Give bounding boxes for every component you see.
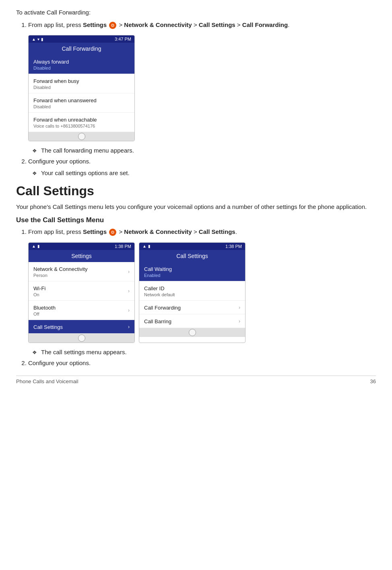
- settings-label: Settings: [83, 21, 107, 28]
- network-item-title: Network & Connectivity: [33, 266, 87, 272]
- home-button-settings[interactable]: [78, 335, 85, 342]
- activate-intro: To activate Call Forwarding:: [16, 8, 376, 17]
- status-time-call-settings: 1:38 PM: [225, 244, 242, 249]
- screen-item-off[interactable]: Wi-Fi On ›: [29, 281, 134, 301]
- screen-item-always-forward[interactable]: Always forward Disabled: [29, 55, 134, 74]
- battery-icon-s: ▮: [37, 244, 40, 248]
- signal-icon-s: ▲: [32, 244, 36, 248]
- signal-icon-cs: ▲: [142, 244, 146, 248]
- screen-item-call-settings[interactable]: Call Settings ›: [29, 320, 134, 334]
- step-1-item: From app list, press Settings ⚙ > Networ…: [28, 21, 376, 30]
- bluetooth-item-title: Bluetooth: [33, 305, 56, 311]
- call-settings-nav-label: Call Settings: [199, 228, 235, 235]
- screen-title-call-forwarding: Call Forwarding: [29, 43, 134, 55]
- forward-busy-subtitle: Disabled: [33, 85, 130, 90]
- screen-item-forward-busy[interactable]: Forward when busy Disabled: [29, 74, 134, 93]
- wifi-icon: ▾: [37, 37, 39, 41]
- screen-title-settings: Settings: [29, 250, 134, 262]
- status-time-1: 3:47 PM: [115, 37, 131, 41]
- always-forward-subtitle: Disabled: [33, 66, 130, 70]
- call-forwarding-cs-title: Call Forwarding: [144, 305, 181, 311]
- forward-unanswered-title: Forward when unanswered: [33, 97, 130, 103]
- step2b-text: Configure your options.: [28, 359, 91, 366]
- screen-bottom-bar-1: [29, 132, 134, 141]
- call-waiting-title: Call Waiting: [144, 266, 172, 272]
- network-connectivity-label: Network & Connectivity: [124, 21, 192, 28]
- diamond-icon-2: ❖: [32, 170, 37, 176]
- screen-bottom-bar-call-settings: [139, 328, 245, 337]
- diamond-icon-3: ❖: [32, 349, 37, 355]
- screen-item-call-barring[interactable]: Call Barring ›: [139, 314, 245, 328]
- settings-screen: ▲ ▮ 1:38 PM Settings Network & Connectiv…: [28, 242, 135, 343]
- chevron-icon-call-forwarding: ›: [239, 305, 240, 310]
- wifi-item-title: Wi-Fi: [33, 285, 45, 291]
- call-waiting-subtitle: Enabled: [144, 273, 172, 278]
- screen-item-caller-id[interactable]: Caller ID Network default: [139, 281, 245, 301]
- call-settings-screen: ▲ ▮ 1:38 PM Call Settings Call Waiting E…: [139, 242, 246, 343]
- settings-icon-inline: ⚙: [109, 22, 116, 29]
- bullet-1: ❖ The call forwarding menu appears.: [32, 147, 376, 154]
- forward-unreachable-title: Forward when unreachable: [33, 117, 130, 123]
- bullet-2: ❖ Your call settings options are set.: [32, 169, 376, 176]
- subsection-heading: Use the Call Settings Menu: [16, 216, 376, 224]
- battery-icon-cs: ▮: [148, 244, 151, 248]
- section-heading-call-settings: Call Settings: [16, 184, 376, 198]
- always-forward-title: Always forward: [33, 59, 130, 65]
- battery-icon: ▮: [41, 37, 43, 41]
- screen-item-forward-unreachable[interactable]: Forward when unreachable Voice calls to …: [29, 113, 134, 132]
- screen-item-network[interactable]: Network & Connectivity Person ›: [29, 262, 134, 281]
- step2-text: Configure your options.: [28, 158, 91, 165]
- call-settings-item-title: Call Settings: [33, 324, 63, 330]
- screen-bottom-bar-settings: [29, 334, 134, 343]
- body-text: Your phone's Call Settings menu lets you…: [16, 202, 376, 212]
- phone-screens-row: ▲ ▮ 1:38 PM Settings Network & Connectiv…: [28, 242, 376, 343]
- screen-item-forward-unanswered[interactable]: Forward when unanswered Disabled: [29, 93, 134, 113]
- call-forwarding-nav-label: Call Forwarding: [242, 21, 288, 28]
- call-barring-title: Call Barring: [144, 318, 171, 324]
- signal-icon: ▲: [32, 37, 36, 41]
- chevron-icon-bluetooth: ›: [128, 308, 130, 313]
- bullet-text-2: Your call settings options are set.: [41, 169, 130, 176]
- status-time-settings: 1:38 PM: [115, 244, 131, 249]
- footer-page-number: 36: [370, 378, 376, 384]
- step-2-item: Configure your options.: [28, 157, 376, 166]
- diamond-icon-1: ❖: [32, 148, 37, 154]
- home-button-call-settings[interactable]: [189, 329, 196, 336]
- bullet-text-3: The call settings menu appears.: [41, 349, 127, 355]
- footer-left: Phone Calls and Voicemail: [16, 378, 78, 384]
- step-1b-item: From app list, press Settings ⚙ > Networ…: [28, 227, 376, 237]
- chevron-icon-network: ›: [128, 269, 130, 275]
- chevron-icon-wifi: ›: [128, 288, 130, 294]
- step1b-text: From app list, press Settings ⚙ > Networ…: [28, 228, 237, 235]
- forward-unreachable-subtitle: Voice calls to +8613800574176: [33, 124, 130, 128]
- settings-icon-inline-b: ⚙: [109, 229, 116, 236]
- status-bar-settings: ▲ ▮ 1:38 PM: [29, 243, 134, 250]
- screen-item-call-forwarding-cs[interactable]: Call Forwarding ›: [139, 301, 245, 314]
- call-settings-label: Call Settings: [199, 21, 235, 28]
- status-bar-1: ▲ ▾ ▮ 3:47 PM: [29, 35, 134, 43]
- forward-unanswered-subtitle: Disabled: [33, 104, 130, 109]
- chevron-icon-call-barring: ›: [239, 318, 240, 324]
- screen-item-bluetooth[interactable]: Bluetooth Off ›: [29, 301, 134, 320]
- home-button-1[interactable]: [78, 133, 85, 140]
- call-forwarding-screen: ▲ ▾ ▮ 3:47 PM Call Forwarding Always for…: [28, 35, 135, 141]
- screen-title-call-settings: Call Settings: [139, 250, 245, 262]
- network-item-subtitle: Person: [33, 273, 87, 278]
- page-footer: Phone Calls and Voicemail 36: [16, 376, 376, 384]
- forward-busy-title: Forward when busy: [33, 78, 130, 84]
- chevron-icon-call-settings: ›: [128, 324, 130, 330]
- caller-id-subtitle: Network default: [144, 292, 175, 297]
- caller-id-title: Caller ID: [144, 285, 175, 291]
- status-bar-call-settings: ▲ ▮ 1:38 PM: [139, 243, 245, 250]
- network-connectivity-label-b: Network & Connectivity: [124, 228, 192, 235]
- wifi-item-subtitle: On: [33, 292, 45, 297]
- settings-label-b: Settings: [83, 228, 107, 235]
- bullet-3: ❖ The call settings menu appears.: [32, 349, 376, 355]
- step-2b-item: Configure your options.: [28, 359, 376, 368]
- step1-text: From app list, press Settings ⚙ > Networ…: [28, 21, 289, 28]
- bullet-text-1: The call forwarding menu appears.: [41, 147, 134, 154]
- bluetooth-item-subtitle: Off: [33, 312, 56, 316]
- screen-item-call-waiting[interactable]: Call Waiting Enabled: [139, 262, 245, 281]
